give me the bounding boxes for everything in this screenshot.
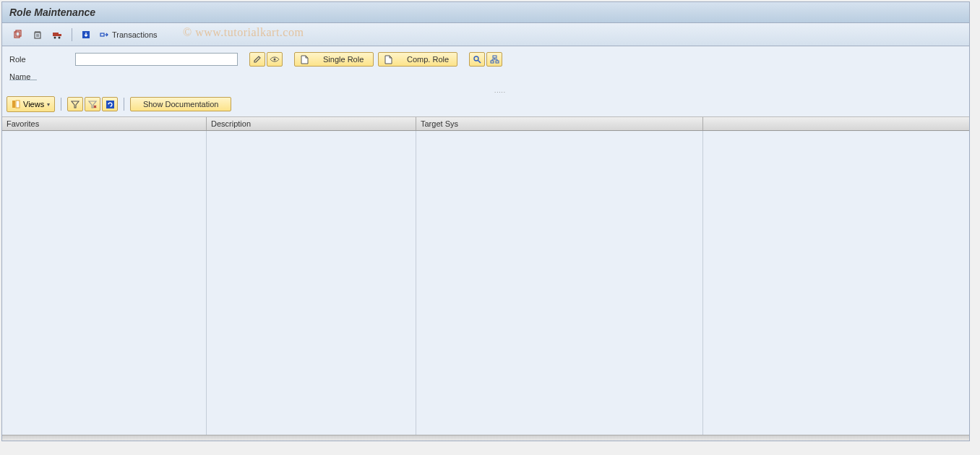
link-icon[interactable]: Transactions bbox=[98, 27, 158, 42]
separator bbox=[61, 98, 61, 111]
col-target-sys[interactable]: Target Sys bbox=[416, 117, 703, 130]
download-icon[interactable] bbox=[78, 27, 94, 42]
delete-icon[interactable] bbox=[30, 27, 46, 42]
application-toolbar: Transactions © www.tutorialkart.com bbox=[2, 23, 969, 46]
grid-header: Favorites Description Target Sys bbox=[2, 116, 969, 131]
svg-rect-1 bbox=[16, 30, 21, 36]
svg-rect-2 bbox=[35, 33, 40, 38]
svg-point-8 bbox=[54, 36, 56, 38]
svg-rect-16 bbox=[491, 61, 494, 63]
title-bar: Role Maintenance bbox=[2, 2, 969, 23]
grid-body[interactable] bbox=[2, 131, 969, 435]
svg-rect-11 bbox=[100, 33, 104, 36]
page-title: Role Maintenance bbox=[9, 7, 95, 18]
col-description[interactable]: Description bbox=[207, 117, 416, 130]
col-favorites[interactable]: Favorites bbox=[2, 117, 207, 130]
show-documentation-button[interactable]: Show Documentation bbox=[130, 97, 231, 111]
svg-rect-0 bbox=[14, 32, 20, 38]
transport-icon[interactable] bbox=[50, 27, 66, 42]
form-area: Role Single Role Comp. Role bbox=[2, 46, 969, 90]
svg-rect-22 bbox=[106, 101, 114, 109]
svg-rect-17 bbox=[496, 61, 499, 63]
single-role-button[interactable]: Single Role bbox=[294, 52, 374, 67]
search-button[interactable] bbox=[469, 52, 485, 67]
svg-rect-18 bbox=[12, 101, 15, 108]
refresh-button[interactable] bbox=[102, 97, 118, 111]
role-input[interactable] bbox=[75, 53, 238, 66]
show-doc-label: Show Documentation bbox=[143, 100, 219, 109]
comp-role-label: Comp. Role bbox=[407, 55, 449, 64]
filter-button[interactable] bbox=[67, 97, 83, 111]
separator bbox=[72, 28, 72, 41]
footer-bar bbox=[2, 435, 969, 441]
svg-rect-15 bbox=[493, 56, 497, 58]
svg-point-13 bbox=[474, 56, 478, 61]
svg-rect-6 bbox=[53, 33, 59, 36]
splitter-handle[interactable]: ····· bbox=[486, 89, 515, 95]
dropdown-icon: ▾ bbox=[47, 101, 50, 108]
display-button[interactable] bbox=[267, 52, 283, 67]
copy-icon[interactable] bbox=[9, 27, 25, 42]
views-button[interactable]: Views ▾ bbox=[7, 96, 55, 112]
single-role-label: Single Role bbox=[323, 55, 364, 64]
name-underline bbox=[9, 80, 37, 80]
svg-rect-19 bbox=[16, 101, 20, 108]
role-label: Role bbox=[9, 55, 71, 64]
structure-button[interactable] bbox=[486, 52, 502, 67]
svg-point-9 bbox=[59, 36, 61, 38]
views-label: Views bbox=[23, 100, 44, 109]
transactions-label: Transactions bbox=[112, 30, 158, 39]
watermark: © www.tutorialkart.com bbox=[183, 26, 304, 39]
comp-role-button[interactable]: Comp. Role bbox=[378, 52, 457, 67]
svg-rect-7 bbox=[59, 34, 61, 36]
filter-delete-button[interactable] bbox=[85, 97, 100, 111]
edit-button[interactable] bbox=[249, 52, 265, 67]
svg-point-12 bbox=[274, 59, 276, 61]
svg-line-14 bbox=[478, 60, 481, 63]
separator bbox=[124, 98, 124, 111]
main-window: Role Maintenance Transactions © www.tuto… bbox=[1, 1, 970, 441]
col-empty bbox=[703, 117, 969, 130]
